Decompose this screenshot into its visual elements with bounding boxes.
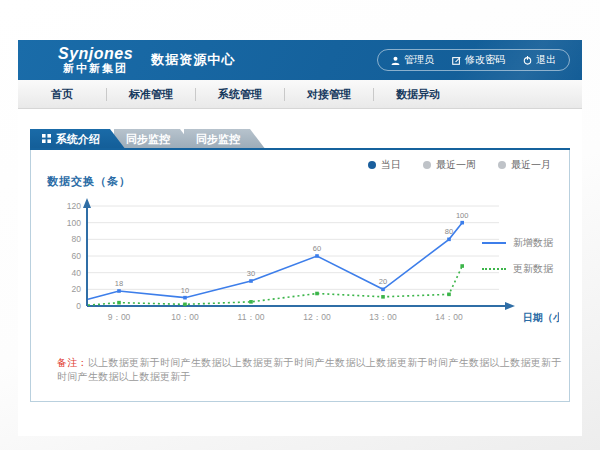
nav-item-interface-mgmt[interactable]: 对接管理: [285, 87, 373, 102]
tab-sync-monitor-1[interactable]: 同步监控: [114, 129, 196, 150]
user-menu: 管理员 修改密码 退出: [377, 49, 570, 71]
svg-text:12：00: 12：00: [303, 312, 331, 322]
svg-text:11：00: 11：00: [238, 312, 265, 322]
nav-item-system-mgmt[interactable]: 系统管理: [196, 87, 284, 102]
main-nav: 首页 标准管理 系统管理 对接管理 数据异动: [18, 80, 582, 109]
footnote-prefix: 备注：: [57, 357, 88, 368]
blue-line-icon: [482, 242, 506, 244]
filter-last-month[interactable]: 最近一月: [498, 158, 551, 172]
radio-unselected-icon: [498, 161, 506, 169]
svg-text:100: 100: [456, 211, 469, 220]
svg-text:10：00: 10：00: [171, 312, 199, 322]
page-title: 数据资源中心: [151, 51, 235, 69]
nav-item-home[interactable]: 首页: [18, 87, 106, 102]
svg-text:20: 20: [379, 277, 387, 286]
svg-text:日期（小时）: 日期（小时）: [523, 312, 559, 323]
user-icon: [391, 56, 400, 65]
change-password-button[interactable]: 修改密码: [443, 53, 514, 67]
svg-text:80: 80: [72, 234, 82, 244]
edit-icon: [452, 56, 461, 65]
legend-item-new-data: 新增数据: [482, 236, 553, 250]
svg-text:100: 100: [67, 218, 81, 228]
y-axis-label: 数据交换（条）: [47, 174, 131, 189]
svg-text:10: 10: [181, 286, 189, 295]
grid-icon: [42, 129, 51, 150]
content-area: 系统介绍 同步监控 同步监控 当日 最近一周: [18, 109, 582, 402]
radio-selected-icon: [368, 161, 376, 169]
header: Synjones 新中新集团 数据资源中心 管理员 修改密码 退出: [18, 40, 582, 80]
svg-text:13：00: 13：00: [369, 312, 397, 322]
footnote: 备注：以上数据更新于时间产生数据以上数据更新于时间产生数据以上数据更新于时间产生…: [57, 356, 569, 384]
logout-button[interactable]: 退出: [514, 53, 565, 67]
user-admin-button[interactable]: 管理员: [382, 53, 443, 67]
radio-unselected-icon: [423, 161, 431, 169]
svg-text:60: 60: [313, 244, 321, 253]
filter-last-week[interactable]: 最近一周: [423, 158, 476, 172]
chart-legend: 新增数据 更新数据: [482, 236, 553, 276]
svg-text:18: 18: [115, 279, 123, 288]
tab-system-intro[interactable]: 系统介绍: [30, 129, 126, 150]
power-icon: [523, 56, 532, 65]
svg-text:80: 80: [445, 227, 453, 236]
time-range-filters: 当日 最近一周 最近一月: [368, 158, 551, 172]
filter-today[interactable]: 当日: [368, 158, 401, 172]
svg-text:20: 20: [72, 284, 82, 294]
svg-text:40: 40: [72, 268, 82, 278]
svg-text:0: 0: [76, 301, 81, 311]
chart-panel: 当日 最近一周 最近一月 数据交换（条） 0204060801001209：00…: [30, 150, 570, 402]
logo-text-cn: 新中新集团: [63, 63, 128, 75]
svg-text:30: 30: [247, 269, 255, 278]
footnote-text: 以上数据更新于时间产生数据以上数据更新于时间产生数据以上数据更新于时间产生数据以…: [57, 357, 562, 382]
green-dotted-line-icon: [482, 268, 506, 270]
legend-item-updated-data: 更新数据: [482, 262, 553, 276]
logo: Synjones 新中新集团: [58, 46, 133, 74]
page: Synjones 新中新集团 数据资源中心 管理员 修改密码 退出: [18, 40, 582, 436]
logo-text-en: Synjones: [58, 46, 133, 63]
nav-item-data-change[interactable]: 数据异动: [374, 87, 462, 102]
svg-text:60: 60: [72, 251, 82, 261]
svg-text:9：00: 9：00: [108, 312, 131, 322]
svg-text:14：00: 14：00: [435, 312, 463, 322]
tab-sync-monitor-2[interactable]: 同步监控: [184, 129, 266, 150]
tab-bar: 系统介绍 同步监控 同步监控: [30, 129, 570, 150]
svg-text:120: 120: [67, 201, 81, 211]
nav-item-standard-mgmt[interactable]: 标准管理: [107, 87, 195, 102]
tab-underline: [30, 148, 570, 150]
